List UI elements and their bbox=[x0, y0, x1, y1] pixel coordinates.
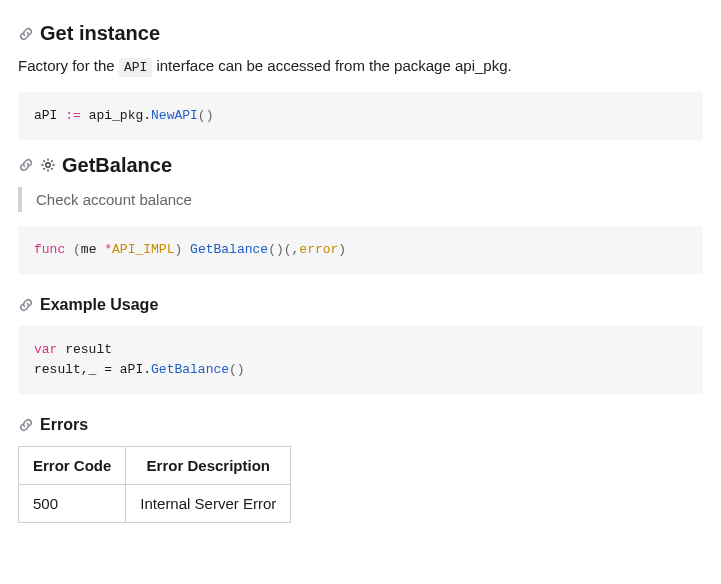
heading-text: Example Usage bbox=[40, 296, 158, 314]
code-block-example: var result result,_ = aPI.GetBalance() bbox=[18, 326, 703, 394]
code-token: me bbox=[81, 242, 104, 257]
cell-error-code: 500 bbox=[19, 485, 126, 523]
heading-text: Errors bbox=[40, 416, 88, 434]
section-title-get-instance: Get instance bbox=[18, 22, 703, 45]
code-token: result,_ = aPI. bbox=[34, 362, 151, 377]
code-token: var bbox=[34, 342, 57, 357]
code-token: func bbox=[34, 242, 65, 257]
code-token: aPI bbox=[34, 108, 65, 123]
get-instance-description: Factory for the API interface can be acc… bbox=[18, 55, 703, 78]
section-title-errors: Errors bbox=[18, 416, 703, 434]
code-token: GetBalance bbox=[151, 362, 229, 377]
para-text-pre: Factory for the bbox=[18, 57, 119, 74]
code-token: ( bbox=[73, 242, 81, 257]
code-token: api_pkg. bbox=[81, 108, 151, 123]
method-description: Check account balance bbox=[18, 187, 703, 212]
cell-error-desc: Internal Server Error bbox=[126, 485, 291, 523]
code-token: ()(, bbox=[268, 242, 299, 257]
heading-text: Get instance bbox=[40, 22, 160, 45]
code-token: result bbox=[57, 342, 119, 357]
anchor-icon[interactable] bbox=[18, 297, 34, 313]
code-block-get-balance-sig: func (me *API_IMPL) GetBalance()(,error) bbox=[18, 226, 703, 274]
col-header-error-desc: Error Description bbox=[126, 447, 291, 485]
inline-code-api: API bbox=[119, 58, 152, 77]
code-token bbox=[182, 242, 190, 257]
para-text-post: interface can be accessed from the packa… bbox=[152, 57, 511, 74]
desc-text: Check account balance bbox=[36, 191, 192, 208]
anchor-icon[interactable] bbox=[18, 26, 34, 42]
anchor-icon[interactable] bbox=[18, 157, 34, 173]
section-title-example-usage: Example Usage bbox=[18, 296, 703, 314]
code-token: ) bbox=[338, 242, 346, 257]
code-token: GetBalance bbox=[190, 242, 268, 257]
svg-point-0 bbox=[46, 163, 50, 167]
gear-icon bbox=[40, 157, 56, 173]
code-token: () bbox=[198, 108, 214, 123]
table-header-row: Error Code Error Description bbox=[19, 447, 291, 485]
code-token bbox=[65, 242, 73, 257]
code-token: NewAPI bbox=[151, 108, 198, 123]
code-block-get-instance: aPI := api_pkg.NewAPI() bbox=[18, 92, 703, 140]
code-token: API_IMPL bbox=[112, 242, 174, 257]
col-header-error-code: Error Code bbox=[19, 447, 126, 485]
code-token: * bbox=[104, 242, 112, 257]
section-title-get-balance: GetBalance bbox=[18, 154, 703, 177]
code-token: := bbox=[65, 108, 81, 123]
table-row: 500 Internal Server Error bbox=[19, 485, 291, 523]
code-token: error bbox=[299, 242, 338, 257]
heading-text: GetBalance bbox=[62, 154, 172, 177]
anchor-icon[interactable] bbox=[18, 417, 34, 433]
code-token: () bbox=[229, 362, 245, 377]
errors-table: Error Code Error Description 500 Interna… bbox=[18, 446, 291, 523]
